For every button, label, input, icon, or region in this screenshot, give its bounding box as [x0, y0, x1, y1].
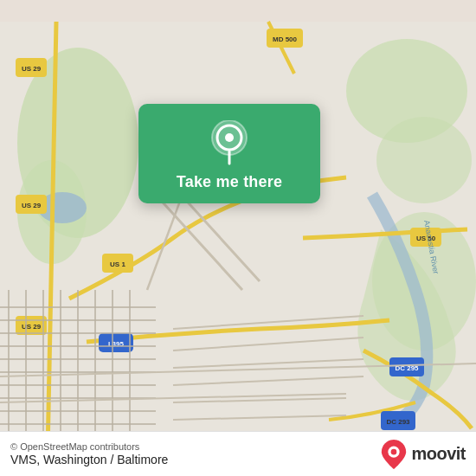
map-svg: US 29 US 29 US 29 US 1 US 1 MD 500 US 50…: [0, 0, 476, 476]
bottom-bar: © OpenStreetMap contributors VMS, Washin…: [0, 431, 476, 476]
moovit-text: moovit: [411, 444, 466, 464]
svg-point-4: [376, 117, 472, 203]
map-container: US 29 US 29 US 29 US 1 US 1 MD 500 US 50…: [0, 0, 476, 476]
svg-point-64: [225, 133, 234, 142]
moovit-logo: moovit: [381, 440, 466, 469]
popup-card: Take me there: [138, 104, 320, 203]
bottom-left-info: © OpenStreetMap contributors VMS, Washin…: [10, 441, 168, 466]
location-label: VMS, Washington / Baltimore: [10, 453, 168, 466]
svg-point-67: [391, 448, 397, 454]
copyright-text: © OpenStreetMap contributors: [10, 441, 168, 452]
location-pin-icon: [206, 119, 253, 166]
svg-text:DC 293: DC 293: [386, 418, 410, 426]
svg-text:US 29: US 29: [22, 65, 42, 73]
svg-text:US 1: US 1: [110, 261, 125, 268]
take-me-there-button[interactable]: Take me there: [177, 173, 282, 191]
svg-text:US 29: US 29: [22, 323, 42, 331]
svg-text:US 29: US 29: [22, 202, 42, 209]
moovit-icon: [381, 440, 407, 469]
svg-text:MD 500: MD 500: [273, 35, 298, 43]
